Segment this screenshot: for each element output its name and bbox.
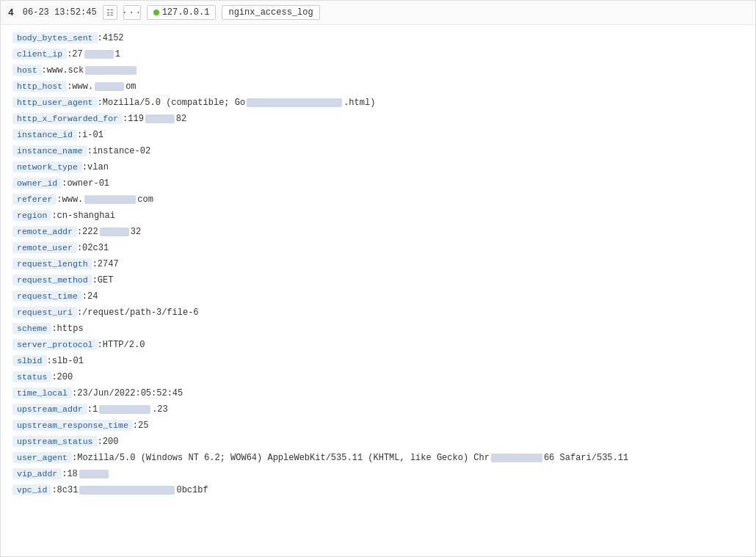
field-key: upstream_status bbox=[12, 436, 98, 447]
log-field-row: upstream_response_time:25 bbox=[1, 418, 755, 434]
field-value: :02c31 bbox=[77, 243, 109, 253]
field-value: :owner-01 bbox=[62, 178, 109, 189]
log-field-row: request_method:GET bbox=[1, 273, 755, 289]
log-field-row: remote_addr:22232 bbox=[1, 225, 755, 241]
field-value: :200 bbox=[98, 437, 119, 447]
field-key: http_x_forwarded_for bbox=[12, 113, 123, 124]
log-field-row: instance_name:instance-02 bbox=[1, 144, 755, 160]
log-field-row: body_bytes_sent:4152 bbox=[1, 31, 755, 47]
field-value: :200 bbox=[51, 372, 73, 382]
field-value: :HTTP/2.0 bbox=[98, 340, 145, 350]
field-value: :24 bbox=[82, 291, 98, 302]
field-value: :cn-shanghai bbox=[51, 211, 115, 221]
field-value: :GET bbox=[92, 275, 114, 285]
more-options-icon[interactable]: ··· bbox=[123, 5, 141, 20]
field-key: user_agent bbox=[12, 452, 72, 463]
field-key: instance_id bbox=[12, 129, 77, 140]
field-value: :1.23 bbox=[87, 404, 168, 415]
field-value: :Mozilla/5.0 (compatible; Go.html) bbox=[98, 98, 376, 108]
log-field-row: instance_id:i-01 bbox=[1, 128, 755, 144]
source-badge: nginx_access_log bbox=[222, 5, 319, 20]
field-value: :11982 bbox=[123, 114, 186, 124]
field-key: http_host bbox=[12, 81, 67, 92]
log-field-row: user_agent:Mozilla/5.0 (Windows NT 6.2; … bbox=[1, 451, 755, 467]
log-field-row: time_local:23/Jun/2022:05:52:45 bbox=[1, 386, 755, 402]
field-key: upstream_addr bbox=[12, 404, 87, 415]
log-field-row: host:www.sck bbox=[1, 63, 755, 79]
redacted-block bbox=[100, 227, 129, 236]
field-key: region bbox=[12, 210, 51, 221]
field-key: request_method bbox=[12, 274, 92, 285]
field-key: request_time bbox=[12, 291, 82, 302]
log-field-row: status:200 bbox=[1, 370, 755, 386]
ip-value: 127.0.0.1 bbox=[162, 7, 210, 18]
field-value: :i-01 bbox=[77, 130, 103, 140]
redacted-block bbox=[491, 454, 542, 462]
field-key: instance_name bbox=[12, 145, 87, 156]
log-field-row: vip_addr:18 bbox=[1, 467, 755, 483]
redacted-block bbox=[79, 486, 175, 495]
field-value: :2747 bbox=[92, 259, 119, 269]
field-key: client_ip bbox=[12, 48, 67, 59]
log-field-row: remote_user:02c31 bbox=[1, 241, 755, 257]
log-header: 4 06-23 13:52:45 ☷ ··· 127.0.0.1 nginx_a… bbox=[1, 1, 755, 25]
field-value: :25 bbox=[133, 421, 149, 431]
field-key: server_protocol bbox=[12, 339, 98, 350]
field-key: time_local bbox=[12, 387, 72, 398]
field-value: :https bbox=[51, 324, 83, 334]
field-key: request_uri bbox=[12, 307, 77, 318]
field-key: http_user_agent bbox=[12, 97, 98, 108]
field-key: status bbox=[12, 371, 51, 382]
field-key: referer bbox=[12, 194, 57, 205]
field-key: request_length bbox=[12, 258, 92, 269]
log-field-row: request_uri:/request/path-3/file-6 bbox=[1, 305, 755, 321]
field-value: :slb-01 bbox=[47, 356, 84, 366]
field-value: :/request/path-3/file-6 bbox=[77, 307, 199, 318]
log-field-row: upstream_addr:1.23 bbox=[1, 402, 755, 418]
redacted-block bbox=[84, 50, 114, 59]
field-value: :23/Jun/2022:05:52:45 bbox=[72, 388, 183, 398]
field-key: body_bytes_sent bbox=[12, 32, 98, 43]
field-key: host bbox=[12, 65, 42, 76]
ip-badge: 127.0.0.1 bbox=[147, 5, 217, 20]
field-value: :www.om bbox=[67, 81, 136, 92]
log-field-row: request_time:24 bbox=[1, 289, 755, 305]
log-field-row: owner_id:owner-01 bbox=[1, 176, 755, 192]
field-value: :Mozilla/5.0 (Windows NT 6.2; WOW64) App… bbox=[72, 453, 628, 463]
field-key: network_type bbox=[12, 161, 82, 172]
field-key: slbid bbox=[12, 355, 47, 366]
field-value: :www.com bbox=[57, 194, 153, 205]
field-key: vpc_id bbox=[12, 484, 51, 495]
log-body: body_bytes_sent:4152client_ip:271host:ww… bbox=[1, 25, 755, 505]
redacted-block bbox=[95, 82, 124, 91]
field-value: :instance-02 bbox=[87, 146, 150, 156]
log-field-row: http_user_agent:Mozilla/5.0 (compatible;… bbox=[1, 95, 755, 112]
redacted-block bbox=[84, 195, 136, 204]
doc-icon[interactable]: ☷ bbox=[103, 5, 117, 20]
field-key: scheme bbox=[12, 323, 51, 334]
field-value: :8c310bc1bf bbox=[51, 485, 208, 495]
log-field-row: region:cn-shanghai bbox=[1, 208, 755, 225]
redacted-block bbox=[79, 470, 109, 478]
field-value: :vlan bbox=[82, 162, 109, 172]
field-value: :4152 bbox=[98, 33, 124, 43]
log-field-row: http_x_forwarded_for:11982 bbox=[1, 112, 755, 128]
field-key: vip_addr bbox=[12, 468, 62, 479]
field-key: owner_id bbox=[12, 178, 62, 189]
log-field-row: http_host:www.om bbox=[1, 79, 755, 95]
redacted-block bbox=[99, 405, 150, 414]
field-value: :271 bbox=[67, 49, 120, 59]
field-key: upstream_response_time bbox=[12, 420, 133, 431]
log-field-row: network_type:vlan bbox=[1, 160, 755, 176]
redacted-block bbox=[145, 114, 175, 123]
log-field-row: referer:www.com bbox=[1, 192, 755, 208]
field-key: remote_user bbox=[12, 242, 77, 253]
log-field-row: vpc_id:8c310bc1bf bbox=[1, 483, 755, 499]
redacted-block bbox=[247, 98, 342, 107]
field-value: :22232 bbox=[77, 227, 141, 237]
log-field-row: scheme:https bbox=[1, 321, 755, 338]
log-field-row: client_ip:271 bbox=[1, 47, 755, 63]
log-field-row: upstream_status:200 bbox=[1, 434, 755, 451]
log-field-row: request_length:2747 bbox=[1, 257, 755, 273]
log-container: 4 06-23 13:52:45 ☷ ··· 127.0.0.1 nginx_a… bbox=[0, 0, 756, 557]
